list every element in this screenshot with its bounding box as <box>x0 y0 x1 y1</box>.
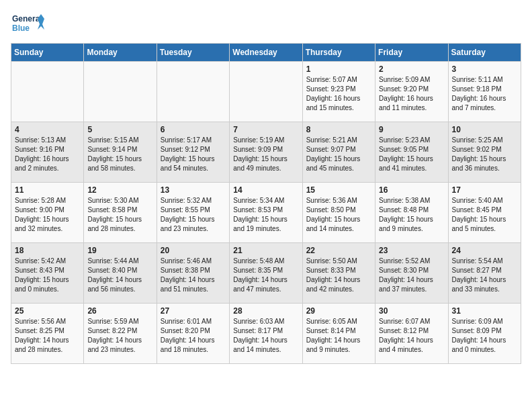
calendar-cell: 10Sunrise: 5:25 AM Sunset: 9:02 PM Dayli… <box>448 122 521 183</box>
day-number: 12 <box>87 185 152 195</box>
cell-content: Sunrise: 5:09 AM Sunset: 9:20 PM Dayligh… <box>379 75 444 113</box>
cell-content: Sunrise: 5:23 AM Sunset: 9:05 PM Dayligh… <box>379 136 444 173</box>
week-row-3: 11Sunrise: 5:28 AM Sunset: 9:00 PM Dayli… <box>11 183 521 243</box>
cell-content: Sunrise: 6:09 AM Sunset: 8:09 PM Dayligh… <box>452 317 517 355</box>
day-number: 10 <box>452 125 517 134</box>
calendar-cell: 5Sunrise: 5:15 AM Sunset: 9:14 PM Daylig… <box>84 122 157 183</box>
calendar-cell: 28Sunrise: 6:03 AM Sunset: 8:17 PM Dayli… <box>230 304 302 364</box>
calendar-cell: 8Sunrise: 5:21 AM Sunset: 9:07 PM Daylig… <box>302 122 375 183</box>
cell-content: Sunrise: 5:11 AM Sunset: 9:18 PM Dayligh… <box>452 75 517 113</box>
logo-svg: General Blue <box>11 11 44 38</box>
calendar-cell: 16Sunrise: 5:38 AM Sunset: 8:48 PM Dayli… <box>375 183 448 243</box>
day-number: 8 <box>306 125 371 134</box>
day-number: 15 <box>306 185 371 195</box>
day-number: 9 <box>379 125 444 134</box>
calendar-cell: 1Sunrise: 5:07 AM Sunset: 9:23 PM Daylig… <box>302 62 375 122</box>
calendar-body: 1Sunrise: 5:07 AM Sunset: 9:23 PM Daylig… <box>11 62 521 364</box>
cell-content: Sunrise: 5:17 AM Sunset: 9:12 PM Dayligh… <box>161 136 226 173</box>
calendar-cell: 20Sunrise: 5:46 AM Sunset: 8:38 PM Dayli… <box>157 243 229 304</box>
day-number: 3 <box>452 64 517 74</box>
column-header-sunday: Sunday <box>11 44 84 62</box>
calendar-cell: 22Sunrise: 5:50 AM Sunset: 8:33 PM Dayli… <box>302 243 375 304</box>
cell-content: Sunrise: 5:34 AM Sunset: 8:53 PM Dayligh… <box>233 196 298 234</box>
day-number: 13 <box>161 185 226 195</box>
calendar-cell: 24Sunrise: 5:54 AM Sunset: 8:27 PM Dayli… <box>448 243 521 304</box>
calendar-cell: 9Sunrise: 5:23 AM Sunset: 9:05 PM Daylig… <box>375 122 448 183</box>
calendar-cell <box>157 62 229 122</box>
day-number: 18 <box>15 246 80 255</box>
calendar-cell: 6Sunrise: 5:17 AM Sunset: 9:12 PM Daylig… <box>157 122 229 183</box>
cell-content: Sunrise: 6:01 AM Sunset: 8:20 PM Dayligh… <box>161 317 226 355</box>
day-number: 22 <box>306 246 371 255</box>
cell-content: Sunrise: 5:40 AM Sunset: 8:45 PM Dayligh… <box>452 196 517 234</box>
cell-content: Sunrise: 5:36 AM Sunset: 8:50 PM Dayligh… <box>306 196 371 234</box>
calendar-cell: 3Sunrise: 5:11 AM Sunset: 9:18 PM Daylig… <box>448 62 521 122</box>
cell-content: Sunrise: 5:30 AM Sunset: 8:58 PM Dayligh… <box>87 196 152 234</box>
day-number: 19 <box>87 246 152 255</box>
calendar-header: SundayMondayTuesdayWednesdayThursdayFrid… <box>11 44 521 62</box>
calendar-cell: 7Sunrise: 5:19 AM Sunset: 9:09 PM Daylig… <box>230 122 302 183</box>
day-number: 23 <box>379 246 444 255</box>
logo: General Blue <box>11 11 44 38</box>
day-number: 24 <box>452 246 517 255</box>
calendar-cell: 18Sunrise: 5:42 AM Sunset: 8:43 PM Dayli… <box>11 243 84 304</box>
calendar-cell: 29Sunrise: 6:05 AM Sunset: 8:14 PM Dayli… <box>302 304 375 364</box>
calendar-cell: 27Sunrise: 6:01 AM Sunset: 8:20 PM Dayli… <box>157 304 229 364</box>
day-number: 14 <box>233 185 298 195</box>
cell-content: Sunrise: 5:46 AM Sunset: 8:38 PM Dayligh… <box>161 257 226 294</box>
column-header-monday: Monday <box>84 44 157 62</box>
cell-content: Sunrise: 6:03 AM Sunset: 8:17 PM Dayligh… <box>233 317 298 355</box>
day-number: 1 <box>306 64 371 74</box>
cell-content: Sunrise: 5:25 AM Sunset: 9:02 PM Dayligh… <box>452 136 517 173</box>
column-header-tuesday: Tuesday <box>157 44 229 62</box>
column-header-thursday: Thursday <box>302 44 375 62</box>
day-number: 25 <box>15 306 80 316</box>
column-header-wednesday: Wednesday <box>230 44 302 62</box>
cell-content: Sunrise: 5:54 AM Sunset: 8:27 PM Dayligh… <box>452 257 517 294</box>
cell-content: Sunrise: 5:21 AM Sunset: 9:07 PM Dayligh… <box>306 136 371 173</box>
cell-content: Sunrise: 5:19 AM Sunset: 9:09 PM Dayligh… <box>233 136 298 173</box>
day-number: 31 <box>452 306 517 316</box>
cell-content: Sunrise: 5:44 AM Sunset: 8:40 PM Dayligh… <box>87 257 152 294</box>
svg-text:General: General <box>12 14 42 24</box>
header-row: SundayMondayTuesdayWednesdayThursdayFrid… <box>11 44 521 62</box>
calendar-cell: 17Sunrise: 5:40 AM Sunset: 8:45 PM Dayli… <box>448 183 521 243</box>
day-number: 4 <box>15 125 80 134</box>
calendar-cell: 26Sunrise: 5:59 AM Sunset: 8:22 PM Dayli… <box>84 304 157 364</box>
calendar-cell: 15Sunrise: 5:36 AM Sunset: 8:50 PM Dayli… <box>302 183 375 243</box>
cell-content: Sunrise: 6:05 AM Sunset: 8:14 PM Dayligh… <box>306 317 371 355</box>
day-number: 26 <box>87 306 152 316</box>
day-number: 16 <box>379 185 444 195</box>
calendar-cell: 13Sunrise: 5:32 AM Sunset: 8:55 PM Dayli… <box>157 183 229 243</box>
calendar-cell: 23Sunrise: 5:52 AM Sunset: 8:30 PM Dayli… <box>375 243 448 304</box>
cell-content: Sunrise: 6:07 AM Sunset: 8:12 PM Dayligh… <box>379 317 444 355</box>
cell-content: Sunrise: 5:52 AM Sunset: 8:30 PM Dayligh… <box>379 257 444 294</box>
calendar-cell: 4Sunrise: 5:13 AM Sunset: 9:16 PM Daylig… <box>11 122 84 183</box>
day-number: 6 <box>161 125 226 134</box>
day-number: 30 <box>379 306 444 316</box>
day-number: 27 <box>161 306 226 316</box>
week-row-4: 18Sunrise: 5:42 AM Sunset: 8:43 PM Dayli… <box>11 243 521 304</box>
cell-content: Sunrise: 5:48 AM Sunset: 8:35 PM Dayligh… <box>233 257 298 294</box>
calendar-cell: 25Sunrise: 5:56 AM Sunset: 8:25 PM Dayli… <box>11 304 84 364</box>
calendar-table: SundayMondayTuesdayWednesdayThursdayFrid… <box>11 43 521 364</box>
day-number: 17 <box>452 185 517 195</box>
calendar-cell: 11Sunrise: 5:28 AM Sunset: 9:00 PM Dayli… <box>11 183 84 243</box>
cell-content: Sunrise: 5:15 AM Sunset: 9:14 PM Dayligh… <box>87 136 152 173</box>
cell-content: Sunrise: 5:50 AM Sunset: 8:33 PM Dayligh… <box>306 257 371 294</box>
cell-content: Sunrise: 5:38 AM Sunset: 8:48 PM Dayligh… <box>379 196 444 234</box>
calendar-cell <box>230 62 302 122</box>
calendar-cell: 12Sunrise: 5:30 AM Sunset: 8:58 PM Dayli… <box>84 183 157 243</box>
day-number: 5 <box>87 125 152 134</box>
day-number: 20 <box>161 246 226 255</box>
svg-text:Blue: Blue <box>12 24 30 33</box>
day-number: 28 <box>233 306 298 316</box>
calendar-cell: 21Sunrise: 5:48 AM Sunset: 8:35 PM Dayli… <box>230 243 302 304</box>
calendar-cell: 30Sunrise: 6:07 AM Sunset: 8:12 PM Dayli… <box>375 304 448 364</box>
cell-content: Sunrise: 5:56 AM Sunset: 8:25 PM Dayligh… <box>15 317 80 355</box>
week-row-5: 25Sunrise: 5:56 AM Sunset: 8:25 PM Dayli… <box>11 304 521 364</box>
cell-content: Sunrise: 5:32 AM Sunset: 8:55 PM Dayligh… <box>161 196 226 234</box>
cell-content: Sunrise: 5:59 AM Sunset: 8:22 PM Dayligh… <box>87 317 152 355</box>
header: General Blue <box>11 11 521 38</box>
cell-content: Sunrise: 5:13 AM Sunset: 9:16 PM Dayligh… <box>15 136 80 173</box>
